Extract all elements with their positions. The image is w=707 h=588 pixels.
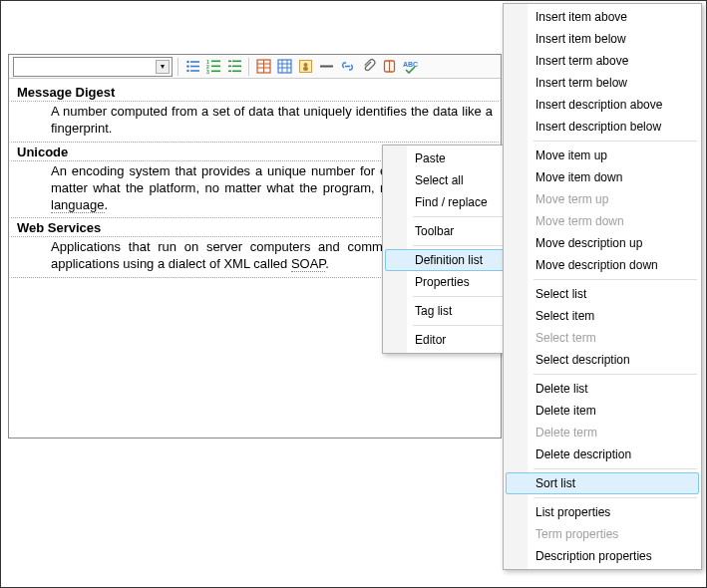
svg-rect-29 <box>303 67 308 71</box>
menu-separator <box>533 141 697 142</box>
svg-point-28 <box>303 63 307 67</box>
hr-icon[interactable] <box>317 58 335 76</box>
definition-text[interactable]: A number computed from a set of data tha… <box>11 102 499 143</box>
separator <box>248 58 249 76</box>
style-dropdown[interactable]: ▾ <box>13 57 173 77</box>
svg-rect-3 <box>190 66 199 68</box>
menu-separator <box>533 468 697 469</box>
svg-text:3: 3 <box>206 69 209 75</box>
svg-rect-22 <box>278 60 291 73</box>
toolbar: ▾ 123 <box>9 55 501 79</box>
definition-list-icon[interactable] <box>225 58 243 76</box>
spell-marked-word: language <box>51 197 105 213</box>
menu-item-list-properties[interactable]: List properties <box>506 501 699 523</box>
menu-item-delete-description[interactable]: Delete description <box>506 443 699 465</box>
menu-item-insert-description-above[interactable]: Insert description above <box>506 94 699 116</box>
menu-item-move-item-up[interactable]: Move item up <box>506 145 699 166</box>
svg-point-4 <box>186 70 189 73</box>
link-icon[interactable] <box>338 58 356 76</box>
menu-item-select-item[interactable]: Select item <box>506 305 699 327</box>
menu-item-move-term-down: Move term down <box>506 210 699 232</box>
menu-item-insert-item-below[interactable]: Insert item below <box>506 28 699 50</box>
menu-item-move-term-up: Move term up <box>506 188 699 210</box>
spellcheck-icon[interactable]: ABC <box>401 58 419 76</box>
svg-point-0 <box>186 61 189 64</box>
menu-item-delete-term: Delete term <box>506 422 699 443</box>
menu-item-delete-list[interactable]: Delete list <box>506 378 699 400</box>
menu-item-term-properties: Term properties <box>506 523 699 545</box>
menu-item-sort-list[interactable]: Sort list <box>506 472 699 494</box>
svg-rect-11 <box>211 71 220 73</box>
table-props-icon[interactable] <box>275 58 293 76</box>
menu-item-description-properties[interactable]: Description properties <box>506 545 699 567</box>
menu-item-move-description-up[interactable]: Move description up <box>506 232 699 254</box>
menu-item-select-term: Select term <box>506 327 699 349</box>
menu-item-move-description-down[interactable]: Move description down <box>506 254 699 276</box>
svg-rect-15 <box>232 66 241 68</box>
menu-item-insert-term-below[interactable]: Insert term below <box>506 72 699 94</box>
attachment-icon[interactable] <box>359 58 377 76</box>
table-insert-icon[interactable] <box>254 58 272 76</box>
svg-rect-5 <box>190 70 199 72</box>
separator <box>177 58 178 76</box>
svg-rect-7 <box>211 61 220 63</box>
menu-item-move-item-down[interactable]: Move item down <box>506 166 699 188</box>
svg-point-2 <box>186 65 189 68</box>
menu-item-insert-term-above[interactable]: Insert term above <box>506 50 699 72</box>
svg-rect-9 <box>211 66 220 68</box>
menu-item-insert-item-above[interactable]: Insert item above <box>506 6 699 28</box>
svg-rect-13 <box>232 61 241 63</box>
menu-item-select-list[interactable]: Select list <box>506 283 699 305</box>
menu-item-delete-item[interactable]: Delete item <box>506 400 699 422</box>
numbered-list-icon[interactable]: 123 <box>204 58 222 76</box>
menu-item-select-description[interactable]: Select description <box>506 349 699 371</box>
svg-rect-1 <box>190 61 199 63</box>
definition-term[interactable]: Message Digest <box>11 83 499 102</box>
menu-separator <box>533 497 697 498</box>
definition-list-submenu: Insert item aboveInsert item belowInsert… <box>503 3 702 570</box>
svg-rect-14 <box>228 66 231 68</box>
svg-text:ABC: ABC <box>403 61 418 68</box>
image-icon[interactable] <box>296 58 314 76</box>
menu-separator <box>533 279 697 280</box>
svg-rect-17 <box>232 71 241 73</box>
svg-rect-16 <box>228 71 231 73</box>
menu-item-insert-description-below[interactable]: Insert description below <box>506 116 699 138</box>
menu-separator <box>533 374 697 375</box>
chevron-down-icon: ▾ <box>156 60 170 74</box>
bulleted-list-icon[interactable] <box>183 58 201 76</box>
spell-marked-word: SOAP <box>291 256 325 272</box>
svg-rect-12 <box>228 61 231 63</box>
bookmark-icon[interactable] <box>380 58 398 76</box>
